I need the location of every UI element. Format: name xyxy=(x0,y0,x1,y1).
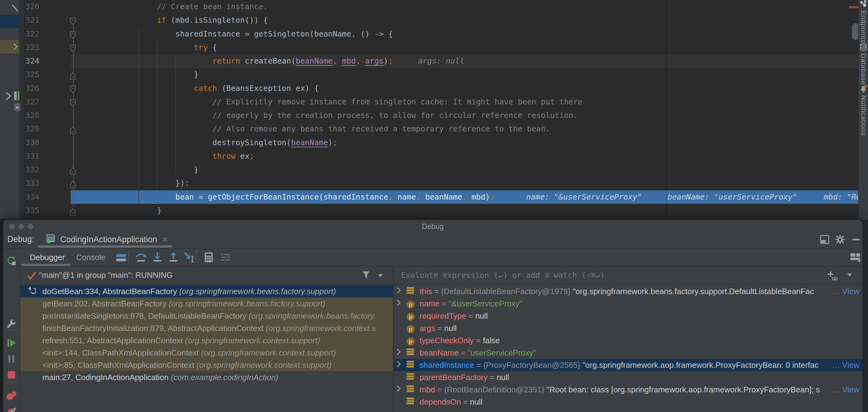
line-number[interactable]: 329 xyxy=(19,122,39,136)
frame-row[interactable]: preInstantiateSingletons:878, DefaultLis… xyxy=(20,310,393,322)
variable-row[interactable]: this = {DefaultListableBeanFactory@1979}… xyxy=(394,285,863,298)
frame-row[interactable]: finishBeanFactoryInitialization:879, Abs… xyxy=(20,322,393,334)
fold-region-start-icon[interactable] xyxy=(69,98,76,111)
wrench-icon[interactable] xyxy=(6,319,17,329)
restore-layout-icon[interactable] xyxy=(849,251,861,263)
fold-region-start-icon[interactable] xyxy=(69,84,76,98)
notifications-icon[interactable] xyxy=(859,84,868,93)
line-number[interactable]: 330 xyxy=(19,136,39,149)
expand-chevron-icon[interactable] xyxy=(394,385,407,394)
fold-region-start-icon[interactable] xyxy=(69,44,76,57)
tab-debugger[interactable]: Debugger xyxy=(30,249,65,266)
expand-chevron-icon[interactable] xyxy=(394,348,407,358)
mute-breakpoints-icon[interactable] xyxy=(6,407,17,412)
code-line[interactable]: 328 // eagerly by the creation process, … xyxy=(0,109,859,122)
run-config-tab[interactable]: CodingInActionApplication × xyxy=(46,233,168,246)
fold-region-end-icon[interactable] xyxy=(69,125,76,138)
editor-scrollbar-thumb[interactable] xyxy=(852,23,859,40)
pause-icon[interactable] xyxy=(6,354,17,364)
line-number[interactable]: 320 xyxy=(19,0,39,13)
fold-region-start-icon[interactable] xyxy=(69,30,76,44)
view-link[interactable]: View xyxy=(842,360,859,370)
step-out-icon[interactable] xyxy=(167,251,179,263)
tool-window-button-notifications[interactable]: Notifications xyxy=(859,95,868,136)
variable-row[interactable]: prequiredType = null xyxy=(394,310,863,322)
variable-row[interactable]: ptypeCheckOnly = false xyxy=(394,334,863,347)
frame-row[interactable]: <init>:85, ClassPathXmlApplicationContex… xyxy=(20,359,393,371)
fold-region-end-icon[interactable] xyxy=(69,166,76,179)
frame-row[interactable]: doGetBean:334, AbstractBeanFactory (org.… xyxy=(20,285,393,298)
tab-console[interactable]: Console xyxy=(76,249,105,266)
variable-row[interactable]: beanName = "userServiceProxy" xyxy=(394,347,863,359)
frame-row[interactable]: <init>:144, ClassPathXmlApplicationConte… xyxy=(20,347,393,359)
variable-row[interactable]: mbd = {RootBeanDefinition@2351} "Root be… xyxy=(394,383,863,396)
code-line[interactable]: 332 } xyxy=(0,163,859,176)
add-watch-icon[interactable] xyxy=(827,270,838,282)
variable-row[interactable]: parentBeanFactory = null xyxy=(394,371,863,383)
code-line[interactable]: 324 return createBean(beanName, mbd, arg… xyxy=(0,54,859,68)
thread-selector[interactable]: "main"@1 in group "main": RUNNING xyxy=(20,267,393,284)
tool-window-button-endpoints[interactable]: Endpoints xyxy=(859,10,868,43)
code-line[interactable]: 320 // Create bean instance. xyxy=(0,0,859,13)
dropdown-arrow-icon[interactable] xyxy=(377,273,384,279)
line-number[interactable]: 333 xyxy=(19,176,39,190)
line-number[interactable]: 331 xyxy=(19,149,39,163)
stop-icon[interactable] xyxy=(6,370,17,380)
evaluate-expression-bar[interactable]: Evaluate expression (↵) or add a watch (… xyxy=(394,267,863,284)
line-number[interactable]: 332 xyxy=(19,163,39,176)
code-line[interactable]: 331 throw ex; xyxy=(0,149,859,163)
code-editor[interactable]: 320 // Create bean instance.321 if (mbd.… xyxy=(0,0,859,218)
dropdown-arrow-icon[interactable] xyxy=(846,273,853,279)
code-line[interactable]: 325 } xyxy=(0,68,859,81)
database-icon[interactable] xyxy=(859,43,868,52)
line-number[interactable]: 335 xyxy=(19,204,39,217)
code-line[interactable]: 329 // Also remove any beans that receiv… xyxy=(0,122,859,136)
expand-chevron-icon[interactable] xyxy=(394,360,407,370)
frames-view-icon[interactable] xyxy=(115,251,127,263)
step-into-icon[interactable] xyxy=(152,251,163,263)
code-line[interactable]: 327 // Explicitly remove instance from s… xyxy=(0,95,859,109)
line-number[interactable]: 328 xyxy=(19,109,39,122)
frame-row[interactable]: getBean:202, AbstractBeanFactory (org.sp… xyxy=(20,298,393,310)
filter-icon[interactable] xyxy=(361,270,371,282)
resume-icon[interactable] xyxy=(6,338,17,348)
code-line[interactable]: 321 if (mbd.isSingleton()) { xyxy=(0,13,859,27)
line-number[interactable]: 325 xyxy=(19,68,39,81)
line-number[interactable]: 327 xyxy=(19,95,39,109)
line-number[interactable]: 324 xyxy=(19,54,39,68)
code-line[interactable]: 322 sharedInstance = getSingleton(beanNa… xyxy=(0,27,859,41)
variable-row[interactable]: sharedInstance = {ProxyFactoryBean@2565}… xyxy=(394,359,863,371)
code-line[interactable]: 333 }); xyxy=(0,176,859,190)
view-link[interactable]: View xyxy=(842,287,859,296)
line-number[interactable]: 323 xyxy=(19,41,39,54)
tool-window-button-database[interactable]: Database xyxy=(859,54,868,85)
variable-row[interactable]: dependsOn = null xyxy=(394,396,863,408)
gear-icon[interactable] xyxy=(834,234,846,245)
fold-region-end-icon[interactable] xyxy=(69,71,76,84)
code-line[interactable]: 323 try { xyxy=(0,41,859,54)
line-number[interactable]: 321 xyxy=(19,13,39,27)
expand-chevron-icon[interactable] xyxy=(394,287,407,296)
line-number[interactable]: 334 xyxy=(19,190,39,204)
variable-row[interactable]: pname = "&userServiceProxy" xyxy=(394,298,863,310)
step-over-icon[interactable] xyxy=(135,251,147,263)
code-line[interactable]: 330 destroySingleton(beanName); xyxy=(0,136,859,149)
fold-region-end-icon[interactable] xyxy=(69,207,76,218)
layout-settings-icon[interactable] xyxy=(220,251,231,263)
evaluate-expression-icon[interactable] xyxy=(203,251,215,263)
fold-region-start-icon[interactable] xyxy=(69,16,76,30)
code-line[interactable]: 335 } xyxy=(0,204,859,217)
code-line[interactable]: 334 bean = getObjectForBeanInstance(shar… xyxy=(0,190,859,204)
view-link[interactable]: View xyxy=(842,385,859,394)
dock-icon[interactable] xyxy=(819,234,831,245)
view-breakpoints-icon[interactable] xyxy=(6,390,17,401)
variable-row[interactable]: pargs = null xyxy=(394,322,863,334)
expand-chevron-icon[interactable] xyxy=(394,299,407,309)
line-number[interactable]: 322 xyxy=(19,27,39,41)
fold-region-end-icon[interactable] xyxy=(69,179,76,193)
error-stripe-mark[interactable] xyxy=(849,6,859,8)
code-line[interactable]: 326 catch (BeansException ex) { xyxy=(0,82,859,95)
rerun-icon[interactable] xyxy=(6,256,17,266)
close-tab-icon[interactable]: × xyxy=(161,235,167,244)
frame-row[interactable]: main:27, CodingInActionApplication (com.… xyxy=(20,371,393,383)
